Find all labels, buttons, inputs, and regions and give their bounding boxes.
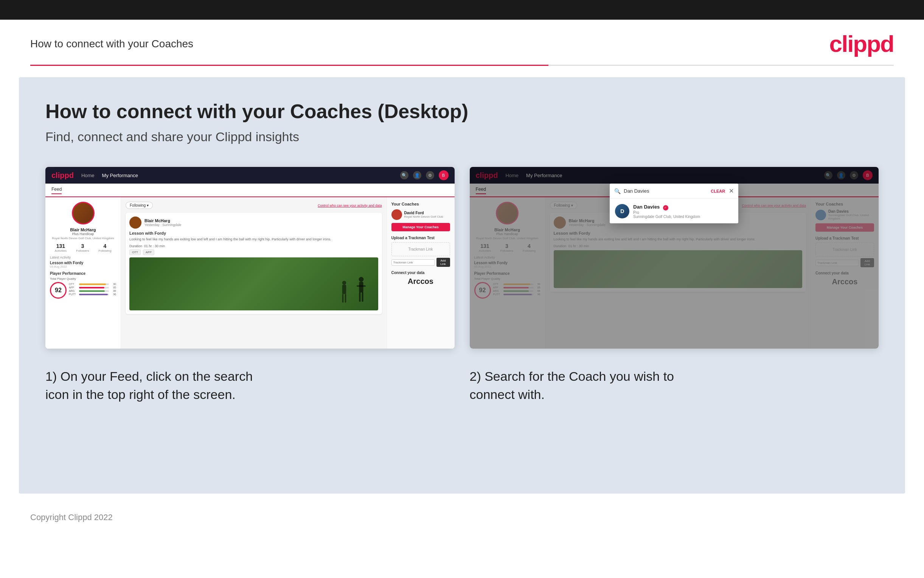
main-subtitle: Find, connect and share your Clippd insi… — [45, 130, 879, 144]
search-close-btn[interactable]: ✕ — [729, 187, 734, 195]
feed-card-1: Blair McHarg Yesterday · Sunningdale Les… — [126, 213, 382, 314]
search-clear-btn[interactable]: CLEAR — [711, 189, 725, 193]
following-row-1: Following ▾ Control who can see your act… — [126, 202, 382, 209]
copyright-text: Copyright Clippd 2022 — [30, 513, 113, 522]
avatar-1[interactable]: B — [439, 170, 448, 180]
metric-ott-1: OTT 90 — [69, 283, 116, 286]
main-content: How to connect with your Coaches (Deskto… — [19, 77, 905, 494]
control-link-1[interactable]: Control who can see your activity and da… — [318, 204, 382, 208]
coach-item-1: David Ford Royal North Devon Golf Club — [392, 209, 450, 220]
user-icon-1[interactable]: 👤 — [413, 171, 421, 179]
step-1-content: On your Feed, click on the searchicon in… — [45, 369, 252, 402]
step-1-text: 1) On your Feed, click on the searchicon… — [45, 367, 455, 404]
feed-tag-off-1: OTT — [129, 250, 141, 255]
coach-info-1: David Ford Royal North Devon Golf Club — [404, 211, 443, 218]
trackman-input-1[interactable] — [392, 259, 435, 266]
feed-card-duration-1: Duration 01 hr : 30 min — [129, 244, 378, 248]
feed-card-info-1: Blair McHarg Yesterday · Sunningdale — [144, 218, 181, 227]
metric-putt-1: PUTT 96 — [69, 293, 116, 295]
score-circle-1: 92 — [50, 282, 66, 299]
quality-label-1: Total Player Quality — [50, 277, 116, 281]
app-nav-icons-1: 🔍 👤 ⚙ B — [400, 170, 448, 180]
step-2-text: 2) Search for the Coach you wish toconne… — [470, 367, 879, 404]
nav-myperformance-1: My Performance — [102, 173, 138, 178]
add-link-btn-1[interactable]: Add Link — [437, 258, 450, 267]
arccos-logo-1: Arccos — [392, 277, 450, 286]
trackman-link-box-1: Add Link — [392, 258, 450, 267]
search-result-club: Sunningdale Golf Club, United Kingdom — [633, 214, 700, 219]
svg-rect-3 — [359, 292, 361, 302]
search-input-display[interactable]: Dan Davies — [624, 188, 711, 194]
trackman-placeholder-1: Trackman Link — [392, 242, 450, 256]
svg-rect-7 — [342, 294, 343, 302]
app-sidebar-1: Blair McHarg Plus Handicap Royal North D… — [45, 197, 121, 349]
search-result-item[interactable]: D Dan Davies ✓ Pro Sunningdale Golf Club… — [610, 199, 738, 223]
app-logo-1: clippd — [52, 171, 74, 180]
search-modal: 🔍 Dan Davies CLEAR ✕ D Dan Davies ✓ — [610, 183, 738, 223]
page-title: How to connect with your Coaches — [30, 38, 193, 50]
connect-title-1: Connect your data — [392, 271, 450, 275]
search-result-name-row: Dan Davies ✓ — [633, 203, 700, 211]
header-divider — [30, 65, 894, 66]
app-nav-1: clippd Home My Performance 🔍 👤 ⚙ B — [45, 167, 455, 183]
screenshot-1: clippd Home My Performance 🔍 👤 ⚙ B Feed — [45, 167, 455, 349]
svg-rect-6 — [342, 285, 346, 294]
header: How to connect with your Coaches clippd — [0, 19, 924, 65]
metric-app-1: APP 85 — [69, 286, 116, 289]
top-bar — [0, 0, 924, 19]
search-result-role: Pro — [633, 211, 700, 214]
app-ui-2: clippd Home My Performance 🔍 👤 ⚙ B Feed — [470, 167, 879, 349]
app-coaches-1: Your Coaches David Ford Royal North Devo… — [387, 197, 455, 349]
stat-following-1: 4 Following — [99, 243, 112, 252]
feed-card-name-1: Blair McHarg — [144, 218, 181, 223]
screenshot-2: clippd Home My Performance 🔍 👤 ⚙ B Feed — [470, 167, 879, 349]
svg-rect-2 — [357, 286, 366, 287]
search-icon-1[interactable]: 🔍 — [400, 171, 408, 179]
search-result-name: Dan Davies — [633, 204, 660, 210]
profile-name-1: Blair McHarg — [50, 227, 116, 232]
feed-card-meta-1: Yesterday · Sunningdale — [144, 223, 181, 227]
footer: Copyright Clippd 2022 — [0, 505, 924, 530]
svg-rect-8 — [345, 294, 346, 302]
search-result-avatar: D — [615, 204, 629, 218]
coach-avatar-1 — [392, 209, 402, 220]
latest-activity-label-1: Latest Activity — [50, 255, 116, 259]
profile-img-1 — [72, 202, 95, 224]
manage-coaches-btn-1[interactable]: Manage Your Coaches — [392, 223, 450, 231]
screenshots-row: clippd Home My Performance 🔍 👤 ⚙ B Feed — [45, 167, 879, 349]
following-button-1[interactable]: Following ▾ — [126, 202, 153, 209]
upload-title-1: Upload a Trackman Test — [392, 236, 450, 240]
step-2-number: 2) — [470, 369, 481, 383]
feed-tab-1[interactable]: Feed — [52, 187, 61, 194]
feed-card-text-1: Looking to feel like my hands are exitin… — [129, 237, 378, 242]
upload-section-1: Upload a Trackman Test Trackman Link Add… — [392, 236, 450, 267]
profile-handicap-1: Plus Handicap — [50, 232, 116, 236]
activity-name-1: Lesson with Fordy — [50, 261, 116, 265]
svg-rect-1 — [359, 282, 363, 292]
app-subnav-1: Feed — [45, 183, 455, 197]
connect-section-1: Connect your data Arccos — [392, 271, 450, 286]
feed-tags-1: OTT APP — [129, 250, 378, 255]
steps-row: 1) On your Feed, click on the searchicon… — [45, 367, 879, 404]
player-perf-title-1: Player Performance — [50, 271, 116, 276]
svg-rect-4 — [362, 292, 363, 302]
step-2-desc: 2) Search for the Coach you wish toconne… — [470, 367, 879, 404]
profile-club-1: Royal North Devon Golf Club, United King… — [50, 237, 116, 240]
clippd-logo: clippd — [829, 30, 894, 57]
coach-club-1: Royal North Devon Golf Club — [404, 215, 443, 218]
feed-card-header-1: Blair McHarg Yesterday · Sunningdale — [129, 216, 378, 229]
coach-name-1: David Ford — [404, 211, 443, 215]
metric-arg-1: ARG 86 — [69, 289, 116, 292]
search-overlay: 🔍 Dan Davies CLEAR ✕ D Dan Davies ✓ — [470, 167, 879, 349]
main-title: How to connect with your Coaches (Deskto… — [45, 100, 879, 123]
search-modal-icon: 🔍 — [614, 188, 621, 194]
stats-row-1: 131 Activities 3 Followers 4 Following — [50, 243, 116, 252]
app-feed-1: Following ▾ Control who can see your act… — [121, 197, 387, 349]
settings-icon-1[interactable]: ⚙ — [426, 171, 434, 179]
nav-home-1: Home — [81, 173, 95, 178]
feed-avatar-1 — [129, 216, 141, 229]
app-nav-links-1: Home My Performance — [81, 173, 393, 178]
feed-tag-app-1: APP — [143, 250, 154, 255]
activity-date-1: 03 Aug 2022 — [50, 265, 116, 268]
app-body-1: Blair McHarg Plus Handicap Royal North D… — [45, 197, 455, 349]
